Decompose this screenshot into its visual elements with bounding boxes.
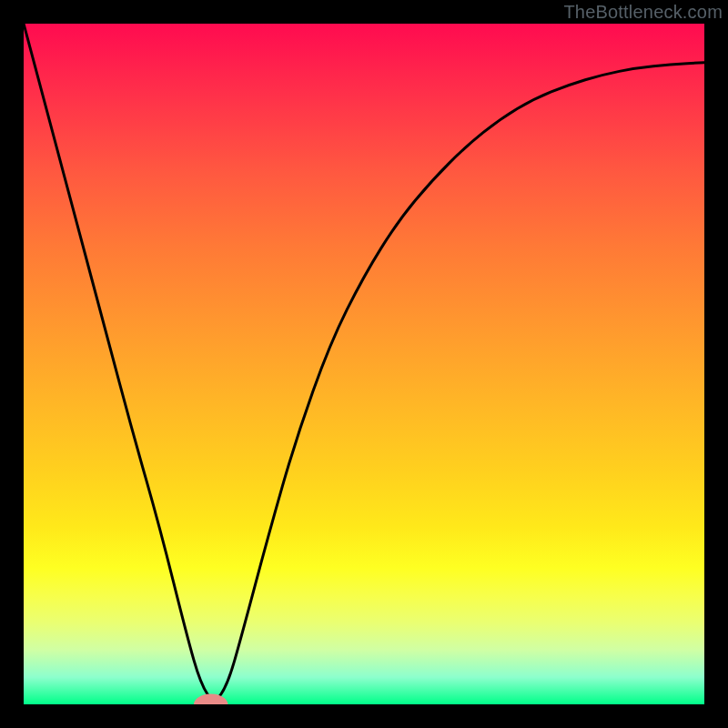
chart-frame bbox=[24, 24, 704, 704]
bottleneck-curve bbox=[24, 24, 704, 699]
minimum-marker bbox=[194, 694, 228, 704]
chart-svg bbox=[24, 24, 704, 704]
watermark-text: TheBottleneck.com bbox=[563, 2, 723, 23]
